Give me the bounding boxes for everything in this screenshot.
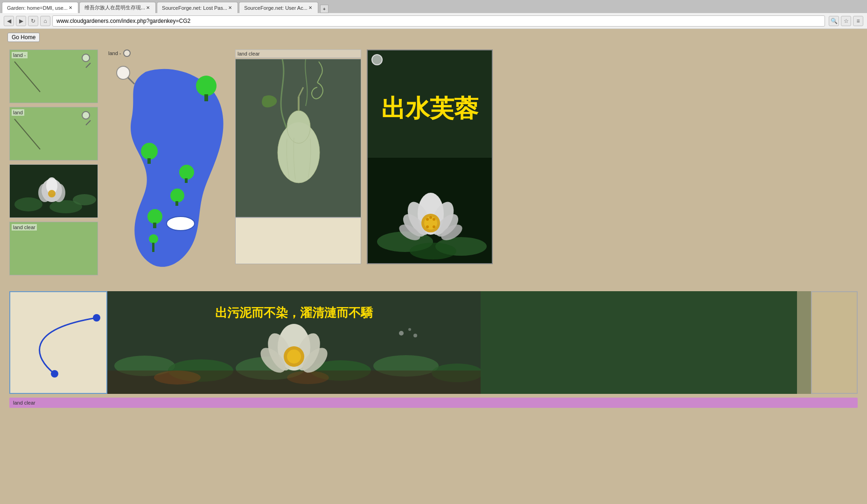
center-panel: land clear	[235, 49, 361, 284]
nav-bar: ◀ ▶ ↻ ⌂ 🔍 ☆ ≡	[0, 13, 867, 29]
svg-point-47	[429, 216, 432, 219]
back-button[interactable]: ◀	[4, 16, 14, 26]
tab-2[interactable]: 维吾尔族人在昆明生存现... ✕	[79, 2, 156, 13]
thumb-2-line-svg	[12, 117, 49, 154]
page-content: Go Home land - land	[0, 29, 867, 408]
svg-point-69	[399, 331, 404, 336]
thumbnail-1[interactable]: land -	[9, 49, 98, 103]
gourd-photo-container	[235, 59, 361, 217]
svg-rect-21	[153, 223, 156, 228]
search-icon-btn[interactable]: 🔍	[829, 16, 839, 26]
tab-3-close[interactable]: ✕	[227, 5, 233, 11]
svg-point-71	[413, 334, 417, 337]
svg-point-35	[410, 243, 456, 259]
bottom-center-right-edge	[797, 291, 811, 394]
bottom-left-panel	[9, 291, 107, 394]
tab-1-label: Garden: home=DMI, use...	[7, 5, 68, 11]
refresh-button[interactable]: ↻	[28, 16, 38, 26]
thumb-3-lotus-svg	[10, 165, 98, 218]
center-panel-bottom	[235, 217, 361, 264]
far-right-panel: 出水芙蓉	[367, 49, 858, 284]
map-magnifier	[123, 49, 131, 57]
svg-point-14	[141, 143, 158, 160]
right-panels: land clear	[235, 49, 858, 284]
browser-chrome: Garden: home=DMI, use... ✕ 维吾尔族人在昆明生存现..…	[0, 0, 867, 29]
home-button[interactable]: ⌂	[40, 16, 50, 26]
tab-bar: Garden: home=DMI, use... ✕ 维吾尔族人在昆明生存现..…	[0, 0, 867, 13]
svg-point-22	[149, 234, 158, 244]
svg-point-50	[51, 370, 58, 378]
svg-point-68	[287, 350, 301, 364]
center-panel-header: land clear	[235, 49, 361, 58]
lotus-panel: 出水芙蓉	[367, 49, 493, 264]
tab-2-close[interactable]: ✕	[145, 5, 151, 11]
thumb-1-line-svg	[12, 59, 49, 97]
svg-point-11	[167, 217, 195, 231]
thumbnail-4[interactable]: land clear	[9, 222, 98, 275]
map-label-text: land -	[108, 50, 121, 56]
url-bar[interactable]	[52, 15, 825, 27]
thumb-1-label: land -	[12, 52, 28, 58]
bottom-right-extra	[811, 291, 858, 394]
bottom-lotus-svg: 出污泥而不染，濯清漣而不驕	[107, 291, 481, 394]
svg-point-60	[154, 371, 201, 385]
svg-point-5	[73, 194, 96, 205]
svg-point-20	[147, 209, 162, 224]
map-header: land -	[108, 49, 230, 57]
thumbnail-3-photo[interactable]	[9, 164, 98, 218]
thumbnail-2[interactable]: land	[9, 107, 98, 161]
new-tab-button[interactable]: +	[320, 5, 329, 13]
nav-icons: 🔍 ☆ ≡	[829, 16, 863, 26]
map-svg[interactable]	[108, 58, 230, 282]
thumbnails-column: land - land	[9, 49, 103, 284]
svg-rect-13	[204, 94, 208, 101]
tab-1-close[interactable]: ✕	[68, 5, 73, 11]
star-icon-btn[interactable]: ☆	[841, 16, 851, 26]
lotus-flower-svg	[368, 158, 493, 264]
gourd-svg	[236, 59, 361, 217]
svg-point-45	[426, 218, 429, 221]
tab-2-label: 维吾尔族人在昆明生存现...	[84, 4, 145, 11]
thumb-1-magnifier-handle	[85, 63, 91, 68]
svg-point-16	[179, 165, 194, 180]
lotus-panel-magnifier	[371, 54, 383, 65]
tab-3[interactable]: SourceForge.net: Lost Pas... ✕	[157, 2, 238, 13]
go-home-button[interactable]: Go Home	[7, 33, 40, 42]
svg-point-10	[48, 190, 56, 197]
thumb-2-label: land	[12, 109, 24, 116]
svg-point-48	[426, 225, 429, 228]
svg-point-49	[433, 225, 435, 228]
center-header-text: land clear	[238, 51, 260, 56]
bottom-section: 出污泥而不染，濯清漣而不驕	[9, 291, 858, 394]
svg-point-70	[408, 328, 411, 331]
tab-4[interactable]: SourceForge.net: User Ac... ✕	[239, 2, 318, 13]
svg-point-51	[93, 314, 100, 322]
svg-line-1	[14, 119, 40, 149]
svg-rect-17	[185, 178, 188, 183]
thumb-2-magnifier	[82, 111, 90, 119]
svg-line-25	[128, 77, 134, 84]
svg-point-12	[196, 76, 217, 96]
lotus-title-bg: 出水芙蓉	[368, 50, 492, 158]
svg-point-24	[117, 66, 130, 79]
menu-icon-btn[interactable]: ≡	[853, 16, 863, 26]
svg-rect-23	[152, 243, 154, 252]
tab-4-close[interactable]: ✕	[308, 5, 313, 11]
forward-button[interactable]: ▶	[16, 16, 26, 26]
svg-point-18	[170, 189, 184, 203]
svg-point-29	[278, 122, 320, 183]
tab-1[interactable]: Garden: home=DMI, use... ✕	[2, 2, 78, 13]
svg-point-61	[287, 371, 329, 384]
svg-point-3	[14, 197, 42, 211]
svg-text:出污泥而不染，濯清漣而不驕: 出污泥而不染，濯清漣而不驕	[215, 306, 373, 320]
lotus-title: 出水芙蓉	[381, 83, 478, 125]
footer-bar: land clear	[9, 398, 858, 408]
tab-4-label: SourceForge.net: User Ac...	[244, 5, 308, 11]
svg-rect-15	[147, 158, 151, 164]
main-area: land - land	[0, 46, 867, 287]
thumb-1-magnifier	[82, 54, 90, 62]
thumb-4-label: land clear	[12, 224, 37, 231]
bezier-svg	[10, 292, 104, 385]
svg-rect-19	[175, 201, 178, 206]
lotus-photo-bg	[368, 158, 492, 264]
